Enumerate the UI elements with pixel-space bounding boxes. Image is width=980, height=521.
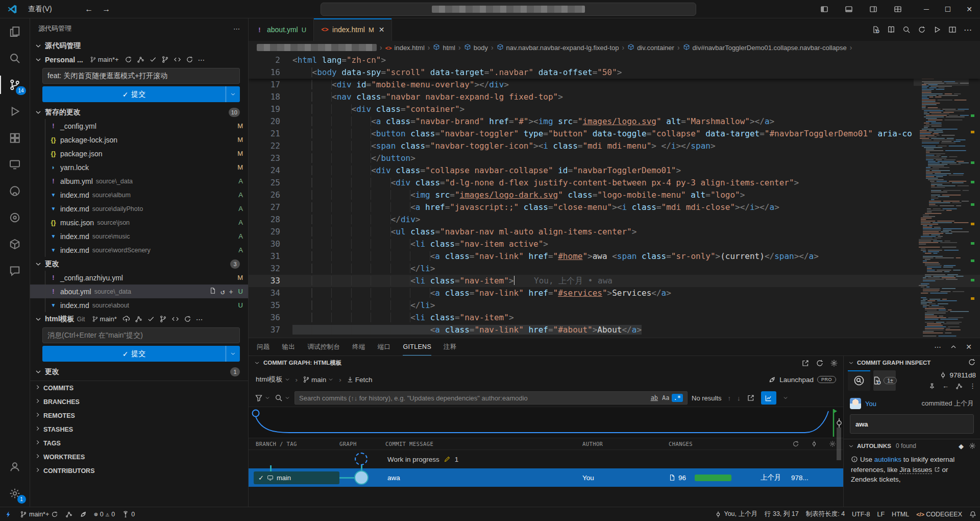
commit-message-box[interactable]: awa	[850, 414, 974, 434]
scm-tree-root[interactable]: 源代码管理	[30, 39, 248, 53]
code-review-icon[interactable]	[174, 56, 181, 63]
filter-button[interactable]	[255, 394, 271, 402]
repo2-more-icon[interactable]: ⋯	[196, 315, 203, 323]
comments-icon[interactable]	[0, 257, 30, 284]
jira-issues-link[interactable]: Jira issues	[899, 466, 932, 474]
section-contributors[interactable]: CONTRIBUTORS	[30, 464, 248, 478]
language-mode[interactable]: HTML	[888, 507, 913, 521]
inspect-files-tab[interactable]: 1±	[873, 370, 896, 391]
source-control-icon[interactable]: 14	[0, 72, 30, 98]
graph-scrollbar[interactable]	[837, 428, 841, 460]
create-branch-icon[interactable]	[159, 315, 167, 323]
staged-changes-header[interactable]: 暂存的更改 10	[30, 105, 248, 119]
problems-status[interactable]: ⊗0 ⚠0	[90, 507, 118, 521]
file-item[interactable]: ◗yarn.lockM	[30, 160, 248, 174]
toggle-panel-icon[interactable]	[838, 0, 860, 18]
editor-more-actions-icon[interactable]: ⋯	[964, 25, 972, 35]
open-in-editor-icon[interactable]	[801, 359, 810, 367]
file-item[interactable]: !about.ymlsource\_data↺+U	[30, 285, 248, 298]
commit-check-icon[interactable]	[149, 56, 157, 63]
accounts-icon[interactable]	[0, 454, 30, 480]
section-stashes[interactable]: STASHES	[30, 422, 248, 436]
toggle-secondary-sidebar-icon[interactable]	[863, 0, 884, 18]
publish-icon[interactable]	[122, 315, 130, 323]
author-name[interactable]: You	[865, 400, 876, 408]
close-panel-icon[interactable]: ✕	[966, 343, 972, 351]
run-icon[interactable]	[933, 26, 941, 34]
customize-layout-icon[interactable]	[887, 0, 909, 18]
create-branch-icon[interactable]	[161, 56, 169, 63]
settings-gear-icon[interactable]: 1	[0, 480, 30, 507]
minimap-options-icon[interactable]	[782, 395, 789, 401]
section-branches[interactable]: BRANCHES	[30, 395, 248, 409]
sidebar-more-actions-icon[interactable]: ⋯	[233, 25, 240, 33]
file-item[interactable]: ▼index.mdsource\musicA	[30, 229, 248, 243]
breadcrumb-item[interactable]: body	[464, 43, 488, 52]
refresh-icon[interactable]	[816, 359, 824, 367]
extensions-icon[interactable]	[0, 125, 30, 151]
close-button[interactable]: ✕	[959, 0, 980, 18]
file-item[interactable]: ▼index.mdsource\aboutU	[30, 298, 248, 312]
graph-activity-minimap[interactable]	[249, 407, 843, 438]
match-word-toggle[interactable]: ab	[649, 394, 660, 402]
maximize-panel-icon[interactable]	[949, 343, 958, 351]
docker-icon[interactable]	[0, 231, 30, 257]
stage-changes-icon[interactable]: +	[229, 288, 233, 296]
graph-icon[interactable]	[135, 315, 142, 323]
match-case-toggle[interactable]: Aa	[660, 394, 671, 402]
section-remotes[interactable]: REMOTES	[30, 409, 248, 422]
pin-icon[interactable]	[928, 383, 936, 390]
commit-message-input-2[interactable]: 消息(Ctrl+Enter 在"main"提交)	[42, 327, 240, 343]
maximize-button[interactable]: ☐	[937, 0, 959, 18]
file-item[interactable]: ▼index.mdsource\albumA	[30, 188, 248, 202]
back-icon[interactable]: ←	[942, 382, 949, 390]
section-worktrees[interactable]: WORKTREES	[30, 450, 248, 464]
commit-sha[interactable]: 97811d8	[949, 371, 976, 379]
launchpad-button[interactable]: Launchpad PRO	[768, 376, 836, 384]
panel-tab-调试控制台[interactable]: 调试控制台	[307, 338, 340, 356]
split-editor-icon[interactable]	[948, 26, 957, 34]
settings-icon[interactable]	[830, 359, 838, 367]
changes-header[interactable]: 更改 3	[30, 257, 248, 271]
repo2-changes-header[interactable]: 更改 1	[30, 365, 248, 378]
refresh-icon[interactable]	[186, 56, 193, 63]
commit-check-icon[interactable]	[147, 315, 155, 323]
breadcrumb-item[interactable]: html	[433, 43, 455, 52]
panel-tab-问题[interactable]: 问题	[257, 338, 270, 356]
menu-item[interactable]: 选择(S)	[22, 0, 58, 3]
indentation-status[interactable]: 制表符长度: 4	[802, 507, 848, 521]
search-mode-button[interactable]	[275, 394, 290, 402]
forward-icon[interactable]: →	[102, 5, 110, 14]
section-tags[interactable]: TAGS	[30, 436, 248, 450]
fetch-button[interactable]: Fetch	[347, 376, 373, 384]
minimap-toggle-button[interactable]	[761, 391, 776, 405]
run-debug-icon[interactable]	[0, 98, 30, 125]
panel-tab-终端[interactable]: 终端	[352, 338, 365, 356]
autolinks-settings-icon[interactable]	[969, 442, 976, 449]
copilot-icon[interactable]	[0, 204, 30, 231]
eol-status[interactable]: LF	[874, 507, 889, 521]
ports-status[interactable]: 0	[118, 507, 138, 521]
graph-status-icon[interactable]	[62, 507, 76, 521]
discard-changes-icon[interactable]: ↺	[220, 288, 225, 296]
remote-explorer-icon[interactable]	[0, 151, 30, 178]
breadcrumb-item[interactable]: div#navbarTogglerDemo01.collapse.navbar-…	[683, 43, 847, 52]
commit-message-input-1[interactable]: feat: 关闭首页随便逛逛模式+打开滚动	[42, 68, 240, 84]
commit-dropdown-icon[interactable]	[226, 86, 240, 102]
inspect-search-tab[interactable]	[848, 370, 870, 391]
back-icon[interactable]: ←	[85, 5, 93, 14]
cursor-position[interactable]: 行 33, 列 17	[761, 507, 802, 521]
panel-tab-GITLENS[interactable]: GITLENS	[403, 338, 431, 356]
file-item[interactable]: ▼index.mdsource\dailyPhotoA	[30, 202, 248, 216]
file-item[interactable]: {}package-lock.jsonM	[30, 133, 248, 147]
open-preview-icon[interactable]	[887, 26, 895, 34]
gitlens-compare-icon[interactable]	[872, 26, 880, 34]
sync-icon[interactable]	[918, 26, 926, 34]
file-item[interactable]: {}music.jsonsource\jsonA	[30, 216, 248, 229]
launchpad-status-icon[interactable]	[76, 507, 90, 521]
search-editor-icon[interactable]	[902, 26, 911, 34]
close-tab-icon[interactable]: ✕	[379, 26, 385, 34]
commit-row[interactable]: ✓ main awa You 96 上个月 978...	[249, 468, 843, 487]
file-item[interactable]: !_config.ymlM	[30, 119, 248, 133]
panel-tab-端口[interactable]: 端口	[378, 338, 391, 356]
